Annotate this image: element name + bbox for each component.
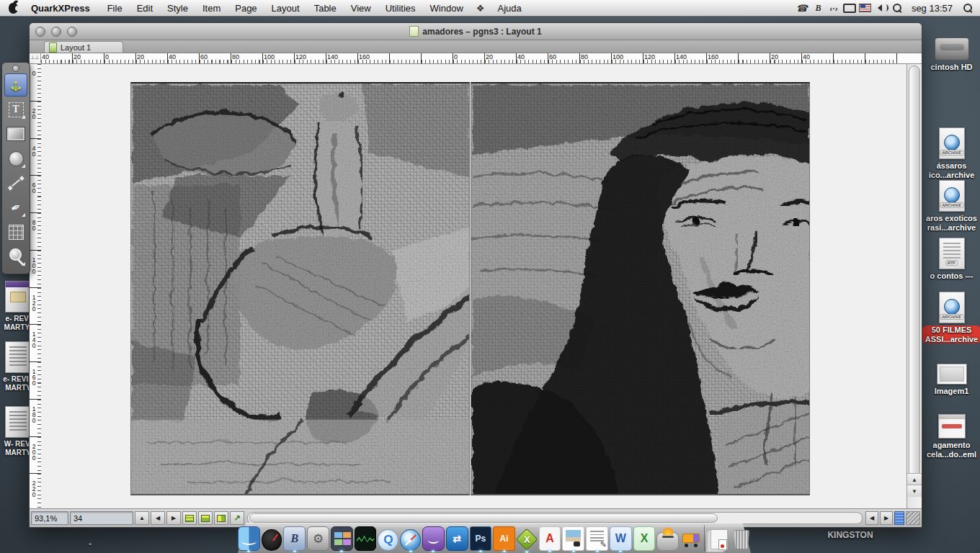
- keyboard-viewer-icon[interactable]: [827, 1, 841, 14]
- menu-item[interactable]: Page: [228, 1, 264, 16]
- scroll-up-button[interactable]: ▲: [907, 473, 922, 485]
- desktop-webarchive-passaros-icon[interactable]: ARCHIVE ássaros ico...archive: [923, 127, 980, 179]
- menu-item[interactable]: QuarkXPress: [24, 1, 100, 16]
- volume-icon[interactable]: [874, 1, 888, 14]
- woman-portrait-sketch: [471, 84, 809, 494]
- desktop-rtf-contos-icon[interactable]: RTF o contos ---: [923, 238, 980, 281]
- next-page-button[interactable]: ▶: [166, 511, 181, 525]
- call-status-icon[interactable]: [795, 1, 809, 14]
- line-tool[interactable]: [4, 171, 27, 194]
- menu-item[interactable]: Table: [307, 1, 344, 16]
- menu-item[interactable]: Edit: [130, 1, 160, 16]
- dock-word-icon[interactable]: W: [610, 526, 632, 551]
- ruler-origin-box[interactable]: [30, 53, 41, 63]
- dock-transmit-icon[interactable]: [680, 528, 701, 551]
- left-sketch-picture-box[interactable]: [130, 82, 470, 495]
- table-tool[interactable]: [4, 220, 27, 243]
- ruler-segment: 80: [231, 53, 263, 63]
- page-grabber-icon[interactable]: [894, 511, 904, 525]
- menu-item[interactable]: View: [344, 1, 378, 16]
- dock-fontbook-icon[interactable]: B: [283, 526, 306, 551]
- icon-label: agamento cela...do..eml: [927, 441, 976, 459]
- zoom-button[interactable]: [67, 27, 77, 37]
- dock-activity-monitor-icon[interactable]: [355, 526, 377, 551]
- text-content-tool[interactable]: T: [4, 98, 27, 121]
- desktop-webarchive-exoticos-icon[interactable]: ARCHIVE aros exoticos rasi...archive: [923, 180, 980, 232]
- desktop-macintosh-hd-icon[interactable]: cintosh HD: [923, 37, 980, 72]
- menu-item[interactable]: Style: [160, 1, 195, 16]
- menu-item[interactable]: Layout: [264, 1, 307, 16]
- view-mode-button-3[interactable]: [214, 511, 228, 525]
- previous-page-button[interactable]: ◀: [151, 511, 165, 525]
- dock-system-preferences-icon[interactable]: ⚙: [307, 526, 329, 551]
- tab-layout-1[interactable]: Layout 1: [44, 41, 123, 53]
- dock-chat-icon[interactable]: [422, 526, 445, 551]
- dock-textedit-icon[interactable]: ✎: [586, 526, 608, 551]
- dock-teamviewer-icon[interactable]: ⇄: [446, 526, 468, 551]
- window-resize-grip[interactable]: [906, 511, 920, 525]
- vertical-scroll-thumb[interactable]: [909, 66, 920, 479]
- tool-palette[interactable]: T ✒: [1, 62, 30, 274]
- dock-trash-icon[interactable]: [730, 528, 751, 551]
- menu-item[interactable]: Utilities: [378, 1, 423, 16]
- bluetooth-icon[interactable]: [811, 1, 825, 14]
- dock-finder-icon[interactable]: [238, 526, 260, 551]
- menu-item-help[interactable]: Ajuda: [491, 1, 529, 16]
- menu-bar: QuarkXPressFileEditStyleItemPageLayoutTa…: [0, 0, 980, 17]
- menu-item[interactable]: File: [100, 1, 130, 16]
- vertical-scrollbar[interactable]: ▲ ▼: [906, 64, 922, 508]
- scroll-right-button[interactable]: ▶: [880, 511, 893, 525]
- menu-item[interactable]: Item: [195, 1, 228, 16]
- window-title-bar[interactable]: amadores – pgns3 : Layout 1: [30, 23, 922, 40]
- ruler-segment: 0: [104, 53, 136, 63]
- view-mode-button-1[interactable]: [182, 511, 197, 525]
- dock-illustrator-icon[interactable]: Ai: [493, 526, 515, 551]
- horizontal-scroll-thumb[interactable]: [249, 513, 718, 523]
- displays-icon[interactable]: [842, 1, 857, 14]
- quark-script-menu-icon[interactable]: [471, 1, 491, 16]
- bezier-pen-tool[interactable]: ✒: [4, 196, 27, 219]
- item-tool[interactable]: [4, 73, 27, 96]
- dock-dashboard-icon[interactable]: [262, 529, 282, 551]
- oval-box-tool[interactable]: [4, 147, 27, 170]
- desktop-eml-pagamento-icon[interactable]: agamento cela...do..eml: [923, 414, 980, 459]
- spotlight-icon[interactable]: [890, 1, 904, 14]
- page-popup-button[interactable]: ▲: [135, 511, 149, 525]
- page-spread-canvas[interactable]: [41, 64, 907, 508]
- menu-clock[interactable]: seg 13:57: [907, 3, 957, 14]
- dock-toast-icon[interactable]: [656, 532, 679, 551]
- spotlight-icon[interactable]: [960, 1, 974, 14]
- desktop-imagem1-icon[interactable]: Imagem1: [923, 364, 980, 396]
- dock-quicktime-icon[interactable]: Q: [378, 529, 398, 551]
- scroll-left-button[interactable]: ◀: [865, 511, 878, 525]
- right-sketch-picture-box[interactable]: [471, 82, 810, 495]
- ruler-segment: [422, 53, 453, 63]
- picture-box-tool[interactable]: [4, 122, 27, 145]
- page-number-field[interactable]: 34: [70, 511, 133, 525]
- dock-quarkxpress-icon[interactable]: X: [517, 528, 538, 551]
- dock-stack-documents-icon[interactable]: [708, 528, 729, 551]
- ruler-segment: 160: [707, 53, 739, 63]
- input-language-flag-icon[interactable]: [858, 1, 873, 14]
- scroll-down-button[interactable]: ▼: [907, 485, 922, 497]
- menu-bar-status-area: seg 13:57: [795, 1, 980, 14]
- apple-menu-icon[interactable]: [9, 3, 18, 14]
- ruler-segment: 180: [30, 400, 41, 437]
- close-button[interactable]: [35, 27, 45, 37]
- desktop-volume-kingston-label[interactable]: KINGSTON: [807, 530, 894, 540]
- ruler-segment: 40: [168, 53, 200, 63]
- desktop-webarchive-50-filmes-icon[interactable]: ARCHIVE 50 FILMES ASSI...archive: [923, 292, 980, 343]
- dock-excel-icon[interactable]: X: [633, 526, 656, 551]
- zoom-level-field[interactable]: 93,1%: [31, 511, 68, 525]
- dock-acrobat-icon[interactable]: A: [539, 526, 561, 551]
- dock-iphoto-icon[interactable]: [562, 526, 584, 551]
- minimize-button[interactable]: [51, 27, 61, 37]
- dock-tiles-app-icon[interactable]: [331, 526, 353, 551]
- dock-safari-icon[interactable]: [400, 529, 421, 551]
- ruler-segment: 220: [30, 474, 41, 508]
- view-mode-button-2[interactable]: [198, 511, 213, 525]
- menu-item[interactable]: Window: [423, 1, 471, 16]
- dock-divider[interactable]: [703, 528, 707, 551]
- zoom-tool[interactable]: [4, 245, 27, 268]
- dock-photoshop-icon[interactable]: Ps: [470, 526, 492, 551]
